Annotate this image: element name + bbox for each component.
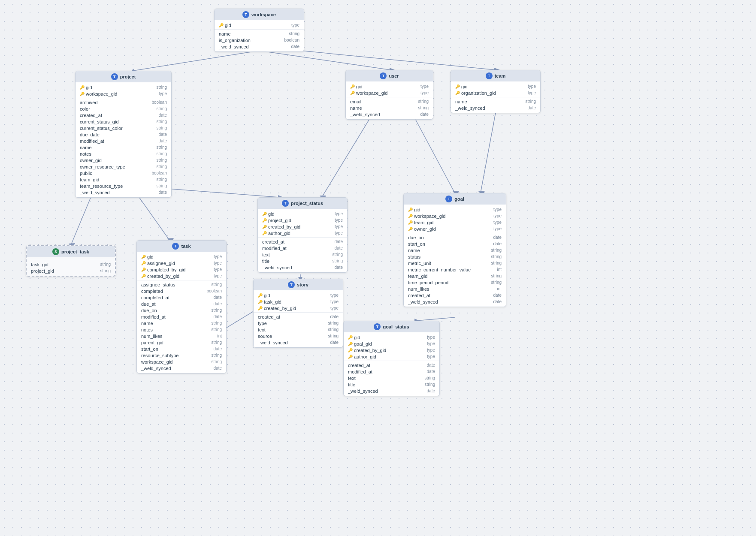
type-badge-workspace: T: [242, 11, 249, 18]
field-type: date: [330, 340, 339, 345]
field-type: date: [493, 241, 502, 246]
table-row: metric_current_number_valueint: [404, 266, 506, 273]
field-name: time_period_period: [408, 280, 448, 285]
key-icon: 🔑: [350, 84, 355, 89]
field-name: 🔑 gid: [141, 254, 154, 259]
field-type: date: [427, 388, 435, 393]
field-type: string: [491, 261, 502, 265]
type-badge-team: T: [486, 72, 493, 79]
svg-line-20: [416, 317, 455, 321]
field-type: date: [291, 44, 299, 49]
table-row: assignee_statusstring: [137, 281, 226, 288]
table-project_task[interactable]: Sproject_tasktask_gidstringproject_gidst…: [26, 245, 116, 277]
field-name: 🔑 gid: [455, 84, 468, 89]
table-row: emailstring: [346, 98, 433, 105]
table-goal[interactable]: Tgoal🔑 gidtype🔑 workspace_gidtype🔑 team_…: [403, 193, 506, 307]
table-title-workspace: workspace: [251, 12, 276, 17]
table-body-project_status: 🔑 gidtype🔑 project_gidtype🔑 created_by_g…: [258, 209, 347, 272]
field-name: status: [408, 254, 420, 259]
field-type: type: [330, 299, 339, 304]
field-name: 🔑 assignee_gid: [141, 261, 175, 266]
table-row: team_resource_typestring: [76, 183, 171, 189]
table-row: 🔑 gidtype: [215, 22, 304, 28]
field-name: 🔑 created_by_gid: [348, 348, 386, 353]
table-team[interactable]: Tteam🔑 gidtype🔑 organization_gidtypename…: [451, 70, 541, 113]
field-type: date: [159, 132, 167, 137]
table-row: 🔑 project_gidtype: [258, 217, 347, 223]
field-name: assignee_status: [141, 282, 175, 287]
field-type: type: [214, 254, 222, 259]
field-type: string: [157, 164, 167, 169]
table-section: assignee_statusstringcompletedbooleancom…: [137, 280, 226, 371]
table-workspace[interactable]: Tworkspace🔑 gidtypenamestringis_organiza…: [214, 9, 304, 52]
field-type: date: [214, 346, 222, 351]
type-badge-task: T: [172, 243, 179, 250]
field-name: 🔑 team_gid: [408, 220, 433, 225]
field-type: string: [157, 177, 167, 182]
table-row: num_likesint: [137, 333, 226, 339]
field-name: current_status_color: [80, 126, 123, 131]
key-icon: 🔑: [258, 300, 263, 304]
table-row: namestring: [76, 144, 171, 151]
table-row: notesstring: [76, 151, 171, 157]
field-type: type: [493, 207, 502, 212]
field-type: type: [335, 211, 343, 216]
table-body-goal: 🔑 gidtype🔑 workspace_gidtype🔑 team_gidty…: [404, 205, 506, 307]
table-user[interactable]: Tuser🔑 gidtype🔑 workspace_gidtypeemailst…: [345, 70, 433, 120]
key-icon: 🔑: [141, 268, 146, 272]
table-row: due_datedate: [76, 131, 171, 138]
field-name: resource_subtype: [141, 353, 178, 358]
table-task[interactable]: Ttask🔑 gidtype🔑 assignee_gidtype🔑 comple…: [136, 240, 227, 373]
field-type: string: [333, 259, 343, 263]
field-name: name: [219, 31, 231, 36]
field-type: type: [330, 306, 339, 310]
type-badge-user: T: [380, 72, 387, 79]
table-section: archivedbooleancolorstringcreated_atdate…: [76, 98, 171, 196]
table-header-goal_status: Tgoal_status: [344, 321, 439, 332]
field-name: 🔑 gid: [80, 85, 92, 90]
field-name: team_resource_type: [80, 184, 123, 189]
field-name: due_at: [141, 301, 156, 307]
field-name: text: [258, 327, 266, 332]
table-goal_status[interactable]: Tgoal_status🔑 gidtype🔑 goal_gidtype🔑 cre…: [343, 321, 440, 396]
field-name: 🔑 gid: [348, 335, 360, 340]
field-name: num_likes: [141, 334, 163, 339]
field-name: name: [350, 105, 362, 111]
table-body-workspace: 🔑 gidtypenamestringis_organizationboolea…: [215, 20, 304, 51]
field-type: date: [159, 113, 167, 117]
table-header-story: Tstory: [254, 279, 343, 290]
key-icon: 🔑: [262, 231, 267, 235]
table-row: 🔑 author_gidtype: [258, 230, 347, 236]
field-name: created_at: [408, 293, 430, 298]
table-header-project_status: Tproject_status: [258, 198, 347, 209]
field-type: type: [493, 214, 502, 218]
field-type: string: [157, 85, 167, 90]
table-header-user: Tuser: [346, 70, 433, 81]
field-type: string: [157, 106, 167, 111]
field-name: num_likes: [408, 286, 429, 292]
svg-line-2: [259, 51, 390, 70]
field-type: string: [491, 280, 502, 285]
key-icon: 🔑: [258, 306, 263, 310]
table-row: due_ondate: [404, 234, 506, 241]
table-row: 🔑 gidtype: [404, 206, 506, 213]
table-header-task: Ttask: [137, 241, 226, 252]
field-type: string: [328, 321, 339, 325]
table-row: 🔑 goal_gidtype: [344, 340, 439, 347]
field-name: _weld_synced: [348, 388, 378, 394]
table-row: modified_atdate: [344, 368, 439, 375]
field-name: 🔑 gid: [219, 23, 231, 28]
table-project[interactable]: Tproject🔑 gidstring🔑 workspace_gidtypear…: [75, 71, 172, 198]
field-type: boolean: [151, 171, 167, 175]
field-name: source: [258, 334, 272, 339]
table-body-user: 🔑 gidtype🔑 workspace_gidtypeemailstringn…: [346, 81, 433, 119]
field-name: metric_current_number_value: [408, 267, 471, 272]
table-body-goal_status: 🔑 gidtype🔑 goal_gidtype🔑 created_by_gidt…: [344, 332, 439, 396]
field-type: string: [212, 353, 222, 358]
key-icon: 🔑: [262, 218, 267, 223]
table-story[interactable]: Tstory🔑 gidtype🔑 task_gidtype🔑 created_b…: [253, 279, 343, 348]
table-row: 🔑 created_by_gidtype: [254, 305, 343, 311]
table-row: textstring: [344, 375, 439, 381]
table-project_status[interactable]: Tproject_status🔑 gidtype🔑 project_gidtyp…: [257, 197, 348, 273]
table-row: start_ondate: [137, 346, 226, 352]
